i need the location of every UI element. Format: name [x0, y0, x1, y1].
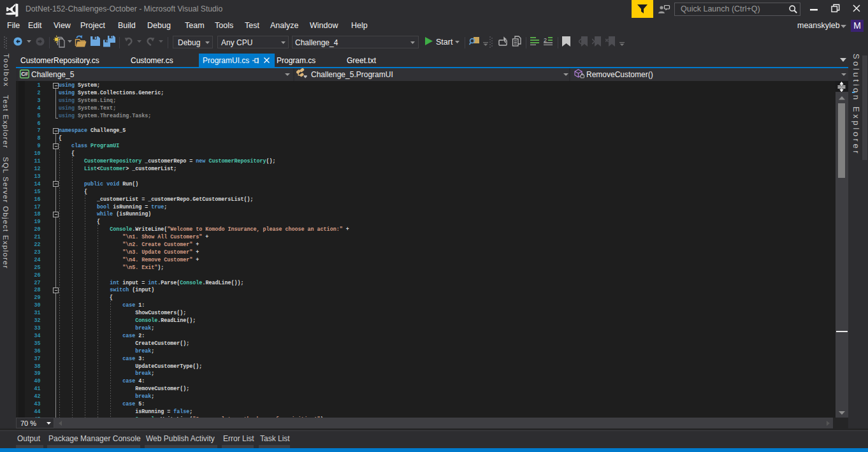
svg-text:C#: C# — [21, 71, 28, 77]
